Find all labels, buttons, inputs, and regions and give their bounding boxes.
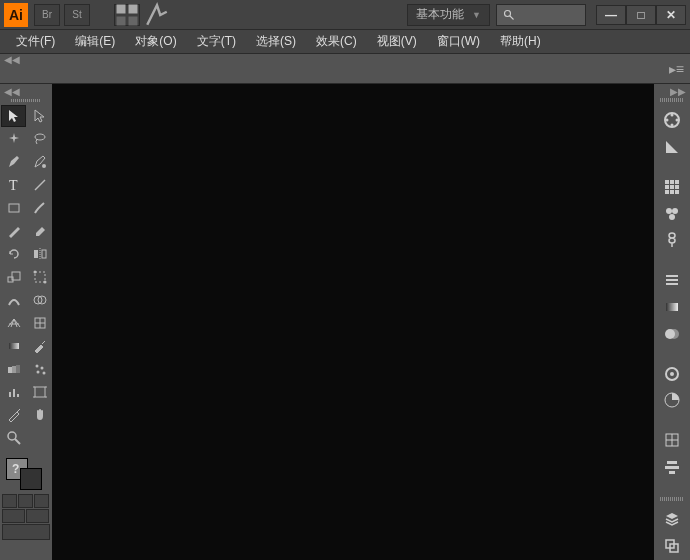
- scale-tool[interactable]: [1, 266, 26, 288]
- svg-point-18: [43, 281, 46, 284]
- artboard-tool[interactable]: [27, 381, 52, 403]
- eraser-tool[interactable]: [27, 220, 52, 242]
- svg-rect-32: [9, 392, 11, 397]
- control-collapse-icon[interactable]: ◀◀: [4, 54, 20, 65]
- svg-rect-2: [117, 16, 126, 25]
- svg-point-28: [35, 365, 38, 368]
- width-tool[interactable]: [1, 289, 26, 311]
- gradient-mode-button[interactable]: [18, 494, 33, 508]
- menu-effect[interactable]: 效果(C): [306, 31, 367, 52]
- menu-view[interactable]: 视图(V): [367, 31, 427, 52]
- paintbrush-tool[interactable]: [27, 197, 52, 219]
- chevron-down-icon: ▼: [472, 10, 481, 20]
- pen-tool[interactable]: [1, 151, 26, 173]
- menu-edit[interactable]: 编辑(E): [65, 31, 125, 52]
- control-menu-icon[interactable]: ▸≡: [669, 61, 684, 77]
- gpu-preview-button[interactable]: [144, 4, 170, 26]
- reflect-tool[interactable]: [27, 243, 52, 265]
- right-drag-handle[interactable]: [660, 98, 684, 102]
- artboards-panel-icon[interactable]: [658, 533, 686, 558]
- none-mode-button[interactable]: [34, 494, 49, 508]
- bridge-button[interactable]: Br: [34, 4, 60, 26]
- right-drag-handle-2[interactable]: [660, 497, 684, 501]
- zoom-tool[interactable]: [1, 427, 26, 449]
- curvature-tool[interactable]: [27, 151, 52, 173]
- svg-rect-63: [666, 303, 678, 311]
- line-segment-tool[interactable]: [27, 174, 52, 196]
- magic-wand-tool[interactable]: [1, 128, 26, 150]
- stroke-swatch[interactable]: [20, 468, 42, 490]
- type-tool[interactable]: T: [1, 174, 26, 196]
- arrange-docs-button[interactable]: [114, 4, 140, 26]
- blend-tool[interactable]: [1, 358, 26, 380]
- brushes-panel-icon[interactable]: [658, 201, 686, 226]
- appearance-panel-icon[interactable]: [658, 361, 686, 386]
- svg-point-29: [40, 367, 43, 370]
- svg-rect-26: [12, 366, 16, 373]
- symbols-panel-icon[interactable]: [658, 228, 686, 253]
- rectangle-tool[interactable]: [1, 197, 26, 219]
- workspace-switcher[interactable]: 基本功能 ▼: [407, 4, 490, 26]
- svg-rect-11: [34, 250, 38, 258]
- default-fill-stroke-icon: ?: [12, 462, 19, 476]
- shape-builder-tool[interactable]: [27, 289, 52, 311]
- perspective-grid-tool[interactable]: [1, 312, 26, 334]
- workspace-label: 基本功能: [416, 6, 464, 23]
- swatches-panel-icon[interactable]: [658, 175, 686, 200]
- selection-tool[interactable]: [1, 105, 26, 127]
- svg-rect-55: [670, 190, 674, 194]
- slice-tool[interactable]: [1, 404, 26, 426]
- svg-point-45: [676, 119, 679, 122]
- svg-rect-56: [675, 190, 679, 194]
- stock-button[interactable]: St: [64, 4, 90, 26]
- svg-rect-53: [675, 185, 679, 189]
- graphic-styles-panel-icon[interactable]: [658, 388, 686, 413]
- svg-rect-24: [9, 343, 19, 349]
- gradient-panel-icon[interactable]: [658, 295, 686, 320]
- draw-normal-button[interactable]: [2, 509, 25, 523]
- menu-file[interactable]: 文件(F): [6, 31, 65, 52]
- eyedropper-tool[interactable]: [27, 335, 52, 357]
- mesh-tool[interactable]: [27, 312, 52, 334]
- layers-panel-icon[interactable]: [658, 507, 686, 532]
- stroke-panel-icon[interactable]: [658, 268, 686, 293]
- menu-type[interactable]: 文字(T): [187, 31, 246, 52]
- svg-text:T: T: [9, 178, 18, 193]
- minimize-button[interactable]: —: [596, 5, 626, 25]
- transparency-panel-icon[interactable]: [658, 321, 686, 346]
- lasso-tool[interactable]: [27, 128, 52, 150]
- svg-rect-33: [13, 389, 15, 397]
- menu-select[interactable]: 选择(S): [246, 31, 306, 52]
- symbol-sprayer-tool[interactable]: [27, 358, 52, 380]
- direct-selection-tool[interactable]: [27, 105, 52, 127]
- hand-tool[interactable]: [27, 404, 52, 426]
- svg-line-42: [15, 439, 20, 444]
- color-guide-panel-icon[interactable]: [658, 135, 686, 160]
- tools-drag-handle[interactable]: [0, 96, 52, 104]
- menu-help[interactable]: 帮助(H): [490, 31, 551, 52]
- svg-point-67: [670, 372, 674, 376]
- svg-rect-35: [35, 387, 45, 397]
- gradient-tool[interactable]: [1, 335, 26, 357]
- svg-point-47: [666, 119, 669, 122]
- search-input[interactable]: [496, 4, 586, 26]
- color-panel-icon[interactable]: [658, 108, 686, 133]
- document-canvas[interactable]: [52, 84, 654, 560]
- align-panel-icon[interactable]: [658, 455, 686, 480]
- screen-mode-button[interactable]: [2, 524, 50, 540]
- svg-line-5: [510, 15, 514, 19]
- free-transform-tool[interactable]: [27, 266, 52, 288]
- menu-window[interactable]: 窗口(W): [427, 31, 490, 52]
- column-graph-tool[interactable]: [1, 381, 26, 403]
- maximize-button[interactable]: □: [626, 5, 656, 25]
- color-mode-button[interactable]: [2, 494, 17, 508]
- pencil-tool[interactable]: [1, 220, 26, 242]
- tools-collapse-icon[interactable]: ◀◀: [0, 86, 52, 96]
- right-collapse-icon[interactable]: ▶▶: [670, 86, 690, 96]
- transform-panel-icon[interactable]: [658, 428, 686, 453]
- draw-behind-button[interactable]: [26, 509, 49, 523]
- menu-object[interactable]: 对象(O): [125, 31, 186, 52]
- close-button[interactable]: ✕: [656, 5, 686, 25]
- rotate-tool[interactable]: [1, 243, 26, 265]
- svg-point-44: [671, 114, 674, 117]
